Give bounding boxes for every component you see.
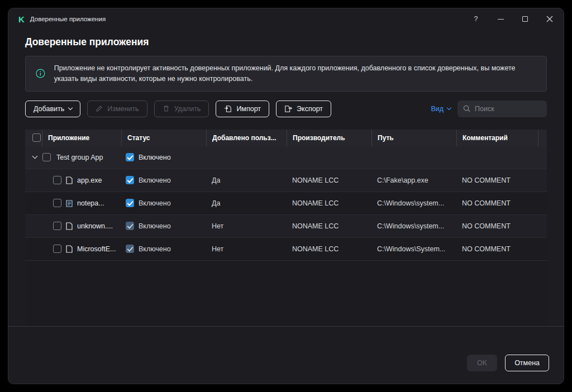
- row-vendor: NONAME LCC: [287, 199, 371, 207]
- app-window: K Доверенные приложения ? Доверенные при…: [8, 8, 564, 384]
- notepad-icon: [66, 199, 73, 207]
- info-icon: [36, 67, 45, 80]
- app-name: notepa...: [77, 199, 104, 207]
- add-button[interactable]: Добавить: [25, 101, 80, 117]
- info-banner-text: Приложение не контролирует активность до…: [54, 63, 536, 84]
- row-comment: NO COMMENT: [456, 245, 538, 253]
- column-header-application[interactable]: Приложение: [42, 130, 121, 146]
- close-icon: [546, 16, 553, 22]
- row-status-checkbox[interactable]: [126, 176, 134, 184]
- row-path: C:\Fake\app.exe: [371, 176, 456, 184]
- row-status-label: Включено: [139, 222, 171, 230]
- ok-button[interactable]: OK: [467, 355, 497, 371]
- export-icon: [284, 105, 292, 113]
- row-select-checkbox[interactable]: [53, 222, 61, 230]
- file-icon: [66, 245, 73, 253]
- column-header-spacer: [538, 130, 547, 146]
- chevron-down-icon: [68, 106, 73, 110]
- column-header-vendor[interactable]: Производитель: [287, 130, 371, 146]
- edit-button[interactable]: Изменить: [87, 101, 147, 117]
- row-vendor: NONAME LCC: [287, 222, 371, 230]
- search-input[interactable]: [475, 105, 541, 113]
- group-row[interactable]: Test group App Включено: [25, 146, 547, 169]
- pencil-icon: [96, 105, 103, 112]
- row-vendor: NONAME LCC: [287, 176, 371, 184]
- toolbar: Добавить Изменить Удалить Импорт Экспорт…: [25, 101, 547, 117]
- row-status-checkbox[interactable]: [126, 222, 134, 230]
- import-icon: [224, 105, 232, 113]
- row-comment: NO COMMENT: [456, 176, 538, 184]
- column-header-added-by-user[interactable]: Добавлено польз...: [206, 130, 287, 146]
- row-added-by-user: Да: [206, 199, 287, 207]
- maximize-button[interactable]: [521, 15, 529, 23]
- table-row[interactable]: MicrosoftE... Включено Нет NONAME LCC C:…: [25, 238, 547, 261]
- window-controls: ?: [472, 15, 554, 23]
- table-row[interactable]: app.exe Включено Да NONAME LCC C:\Fake\a…: [25, 169, 547, 192]
- group-name: Test group App: [56, 154, 103, 161]
- app-name: app.exe: [77, 176, 102, 184]
- column-header-comment[interactable]: Комментарий: [456, 130, 538, 146]
- table-row[interactable]: unknown.... Включено Нет NONAME LCC C:\W…: [25, 215, 547, 238]
- app-name: unknown....: [77, 222, 113, 230]
- group-expand-chevron-icon[interactable]: [32, 154, 38, 159]
- row-path: C:\Windows\system...: [371, 199, 456, 207]
- window-title: Доверенные приложения: [30, 16, 106, 22]
- info-banner: Приложение не контролирует активность до…: [25, 56, 547, 92]
- row-path: C:\Windows\System...: [371, 245, 456, 253]
- app-name: MicrosoftE...: [77, 245, 116, 253]
- row-status-checkbox[interactable]: [126, 245, 134, 253]
- maximize-icon: [522, 16, 528, 22]
- group-status-checkbox[interactable]: [126, 153, 134, 161]
- edit-button-label: Изменить: [107, 105, 139, 113]
- minimize-icon: [498, 19, 504, 20]
- export-button[interactable]: Экспорт: [276, 101, 331, 117]
- column-header-status[interactable]: Статус: [121, 130, 206, 146]
- add-button-label: Добавить: [34, 105, 64, 113]
- row-select-checkbox[interactable]: [53, 245, 61, 253]
- page-title: Доверенные приложения: [25, 36, 547, 48]
- select-all-checkbox[interactable]: [32, 133, 41, 142]
- import-button-label: Импорт: [236, 105, 261, 113]
- view-dropdown[interactable]: Вид: [431, 105, 451, 113]
- column-header-path[interactable]: Путь: [371, 130, 456, 146]
- file-icon: [66, 222, 73, 230]
- row-status-checkbox[interactable]: [126, 199, 134, 207]
- delete-button-label: Удалить: [174, 105, 201, 113]
- row-vendor: NONAME LCC: [287, 245, 371, 253]
- close-button[interactable]: [546, 15, 554, 23]
- table-header: Приложение Статус Добавлено польз... Про…: [25, 130, 547, 146]
- row-comment: NO COMMENT: [456, 199, 538, 207]
- row-added-by-user: Нет: [206, 245, 287, 253]
- row-comment: NO COMMENT: [456, 222, 538, 230]
- minimize-button[interactable]: [497, 15, 504, 23]
- row-select-checkbox[interactable]: [53, 199, 61, 207]
- row-status-label: Включено: [139, 199, 171, 207]
- group-select-checkbox[interactable]: [42, 153, 51, 161]
- import-button[interactable]: Импорт: [216, 101, 269, 117]
- kaspersky-logo-icon: K: [18, 15, 25, 23]
- dialog-footer: OK Отмена: [8, 326, 564, 384]
- row-status-label: Включено: [139, 245, 171, 253]
- row-select-checkbox[interactable]: [53, 176, 61, 184]
- cancel-button[interactable]: Отмена: [505, 355, 549, 371]
- applications-table: Приложение Статус Добавлено польз... Про…: [25, 130, 547, 326]
- chevron-down-icon: [447, 106, 451, 110]
- search-icon: [463, 105, 470, 112]
- file-icon: [66, 176, 73, 184]
- search-box: [457, 101, 547, 117]
- row-status-label: Включено: [139, 176, 171, 184]
- group-status-label: Включено: [139, 154, 171, 161]
- row-added-by-user: Нет: [206, 222, 287, 230]
- title-bar: K Доверенные приложения ?: [8, 8, 564, 30]
- delete-button[interactable]: Удалить: [154, 101, 209, 117]
- help-button[interactable]: ?: [472, 15, 480, 23]
- export-button-label: Экспорт: [297, 105, 323, 113]
- table-row[interactable]: notepa... Включено Да NONAME LCC C:\Wind…: [25, 192, 547, 215]
- row-path: C:\Windows\system...: [371, 222, 456, 230]
- row-added-by-user: Да: [206, 176, 287, 184]
- view-label: Вид: [431, 105, 444, 113]
- trash-icon: [163, 105, 170, 112]
